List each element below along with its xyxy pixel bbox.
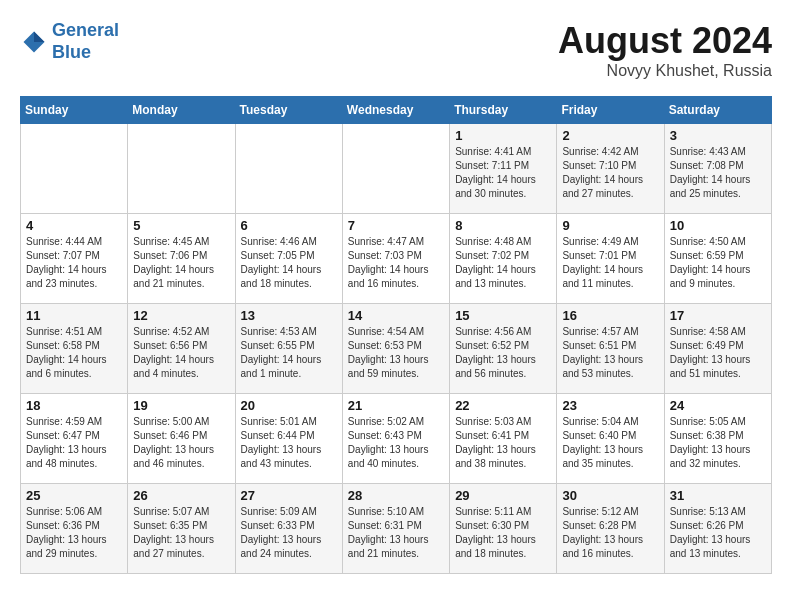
day-number: 2: [562, 128, 658, 143]
day-info: Sunrise: 4:42 AMSunset: 7:10 PMDaylight:…: [562, 145, 658, 201]
day-number: 16: [562, 308, 658, 323]
calendar-cell: 19Sunrise: 5:00 AMSunset: 6:46 PMDayligh…: [128, 394, 235, 484]
day-number: 28: [348, 488, 444, 503]
calendar-table: SundayMondayTuesdayWednesdayThursdayFrid…: [20, 96, 772, 574]
day-info: Sunrise: 4:41 AMSunset: 7:11 PMDaylight:…: [455, 145, 551, 201]
calendar-cell: [235, 124, 342, 214]
day-info: Sunrise: 4:53 AMSunset: 6:55 PMDaylight:…: [241, 325, 337, 381]
day-info: Sunrise: 5:07 AMSunset: 6:35 PMDaylight:…: [133, 505, 229, 561]
logo: General Blue: [20, 20, 119, 63]
calendar-cell: 25Sunrise: 5:06 AMSunset: 6:36 PMDayligh…: [21, 484, 128, 574]
day-number: 10: [670, 218, 766, 233]
day-number: 25: [26, 488, 122, 503]
day-info: Sunrise: 5:10 AMSunset: 6:31 PMDaylight:…: [348, 505, 444, 561]
calendar-cell: 20Sunrise: 5:01 AMSunset: 6:44 PMDayligh…: [235, 394, 342, 484]
day-number: 14: [348, 308, 444, 323]
day-number: 23: [562, 398, 658, 413]
day-info: Sunrise: 4:47 AMSunset: 7:03 PMDaylight:…: [348, 235, 444, 291]
day-number: 27: [241, 488, 337, 503]
calendar-cell: 9Sunrise: 4:49 AMSunset: 7:01 PMDaylight…: [557, 214, 664, 304]
day-number: 12: [133, 308, 229, 323]
calendar-cell: 28Sunrise: 5:10 AMSunset: 6:31 PMDayligh…: [342, 484, 449, 574]
day-number: 8: [455, 218, 551, 233]
day-number: 5: [133, 218, 229, 233]
day-info: Sunrise: 4:54 AMSunset: 6:53 PMDaylight:…: [348, 325, 444, 381]
calendar-week-row: 25Sunrise: 5:06 AMSunset: 6:36 PMDayligh…: [21, 484, 772, 574]
svg-marker-1: [34, 31, 45, 42]
calendar-cell: 4Sunrise: 4:44 AMSunset: 7:07 PMDaylight…: [21, 214, 128, 304]
day-number: 29: [455, 488, 551, 503]
day-number: 26: [133, 488, 229, 503]
day-number: 1: [455, 128, 551, 143]
calendar-cell: 26Sunrise: 5:07 AMSunset: 6:35 PMDayligh…: [128, 484, 235, 574]
day-info: Sunrise: 4:57 AMSunset: 6:51 PMDaylight:…: [562, 325, 658, 381]
day-info: Sunrise: 4:59 AMSunset: 6:47 PMDaylight:…: [26, 415, 122, 471]
calendar-cell: 14Sunrise: 4:54 AMSunset: 6:53 PMDayligh…: [342, 304, 449, 394]
day-info: Sunrise: 5:03 AMSunset: 6:41 PMDaylight:…: [455, 415, 551, 471]
day-info: Sunrise: 5:12 AMSunset: 6:28 PMDaylight:…: [562, 505, 658, 561]
logo-text: General Blue: [52, 20, 119, 63]
day-info: Sunrise: 4:43 AMSunset: 7:08 PMDaylight:…: [670, 145, 766, 201]
day-number: 19: [133, 398, 229, 413]
weekday-header-friday: Friday: [557, 97, 664, 124]
day-info: Sunrise: 4:56 AMSunset: 6:52 PMDaylight:…: [455, 325, 551, 381]
calendar-week-row: 1Sunrise: 4:41 AMSunset: 7:11 PMDaylight…: [21, 124, 772, 214]
calendar-cell: 27Sunrise: 5:09 AMSunset: 6:33 PMDayligh…: [235, 484, 342, 574]
calendar-cell: 22Sunrise: 5:03 AMSunset: 6:41 PMDayligh…: [450, 394, 557, 484]
day-info: Sunrise: 5:05 AMSunset: 6:38 PMDaylight:…: [670, 415, 766, 471]
calendar-cell: 24Sunrise: 5:05 AMSunset: 6:38 PMDayligh…: [664, 394, 771, 484]
day-info: Sunrise: 5:06 AMSunset: 6:36 PMDaylight:…: [26, 505, 122, 561]
weekday-header-wednesday: Wednesday: [342, 97, 449, 124]
calendar-cell: 5Sunrise: 4:45 AMSunset: 7:06 PMDaylight…: [128, 214, 235, 304]
calendar-cell: 11Sunrise: 4:51 AMSunset: 6:58 PMDayligh…: [21, 304, 128, 394]
calendar-cell: 29Sunrise: 5:11 AMSunset: 6:30 PMDayligh…: [450, 484, 557, 574]
calendar-cell: 7Sunrise: 4:47 AMSunset: 7:03 PMDaylight…: [342, 214, 449, 304]
day-number: 3: [670, 128, 766, 143]
calendar-week-row: 11Sunrise: 4:51 AMSunset: 6:58 PMDayligh…: [21, 304, 772, 394]
calendar-cell: 13Sunrise: 4:53 AMSunset: 6:55 PMDayligh…: [235, 304, 342, 394]
calendar-week-row: 18Sunrise: 4:59 AMSunset: 6:47 PMDayligh…: [21, 394, 772, 484]
day-number: 22: [455, 398, 551, 413]
weekday-header-saturday: Saturday: [664, 97, 771, 124]
day-info: Sunrise: 4:45 AMSunset: 7:06 PMDaylight:…: [133, 235, 229, 291]
day-info: Sunrise: 4:51 AMSunset: 6:58 PMDaylight:…: [26, 325, 122, 381]
day-number: 13: [241, 308, 337, 323]
page-header: General Blue August 2024 Novyy Khushet, …: [20, 20, 772, 80]
day-number: 7: [348, 218, 444, 233]
day-number: 21: [348, 398, 444, 413]
calendar-cell: 8Sunrise: 4:48 AMSunset: 7:02 PMDaylight…: [450, 214, 557, 304]
calendar-cell: [21, 124, 128, 214]
calendar-cell: 23Sunrise: 5:04 AMSunset: 6:40 PMDayligh…: [557, 394, 664, 484]
day-info: Sunrise: 5:11 AMSunset: 6:30 PMDaylight:…: [455, 505, 551, 561]
calendar-cell: 15Sunrise: 4:56 AMSunset: 6:52 PMDayligh…: [450, 304, 557, 394]
day-info: Sunrise: 4:49 AMSunset: 7:01 PMDaylight:…: [562, 235, 658, 291]
calendar-cell: [342, 124, 449, 214]
weekday-header-thursday: Thursday: [450, 97, 557, 124]
weekday-header-tuesday: Tuesday: [235, 97, 342, 124]
weekday-header-sunday: Sunday: [21, 97, 128, 124]
weekday-header-row: SundayMondayTuesdayWednesdayThursdayFrid…: [21, 97, 772, 124]
day-info: Sunrise: 5:09 AMSunset: 6:33 PMDaylight:…: [241, 505, 337, 561]
day-number: 24: [670, 398, 766, 413]
calendar-cell: 18Sunrise: 4:59 AMSunset: 6:47 PMDayligh…: [21, 394, 128, 484]
day-info: Sunrise: 5:13 AMSunset: 6:26 PMDaylight:…: [670, 505, 766, 561]
calendar-cell: 16Sunrise: 4:57 AMSunset: 6:51 PMDayligh…: [557, 304, 664, 394]
calendar-week-row: 4Sunrise: 4:44 AMSunset: 7:07 PMDaylight…: [21, 214, 772, 304]
day-info: Sunrise: 4:58 AMSunset: 6:49 PMDaylight:…: [670, 325, 766, 381]
day-number: 11: [26, 308, 122, 323]
day-number: 6: [241, 218, 337, 233]
day-info: Sunrise: 4:46 AMSunset: 7:05 PMDaylight:…: [241, 235, 337, 291]
calendar-cell: 6Sunrise: 4:46 AMSunset: 7:05 PMDaylight…: [235, 214, 342, 304]
calendar-cell: [128, 124, 235, 214]
calendar-cell: 21Sunrise: 5:02 AMSunset: 6:43 PMDayligh…: [342, 394, 449, 484]
title-section: August 2024 Novyy Khushet, Russia: [558, 20, 772, 80]
calendar-cell: 3Sunrise: 4:43 AMSunset: 7:08 PMDaylight…: [664, 124, 771, 214]
day-info: Sunrise: 4:50 AMSunset: 6:59 PMDaylight:…: [670, 235, 766, 291]
weekday-header-monday: Monday: [128, 97, 235, 124]
day-number: 20: [241, 398, 337, 413]
day-number: 18: [26, 398, 122, 413]
day-info: Sunrise: 5:04 AMSunset: 6:40 PMDaylight:…: [562, 415, 658, 471]
calendar-cell: 2Sunrise: 4:42 AMSunset: 7:10 PMDaylight…: [557, 124, 664, 214]
day-info: Sunrise: 5:02 AMSunset: 6:43 PMDaylight:…: [348, 415, 444, 471]
calendar-cell: 30Sunrise: 5:12 AMSunset: 6:28 PMDayligh…: [557, 484, 664, 574]
